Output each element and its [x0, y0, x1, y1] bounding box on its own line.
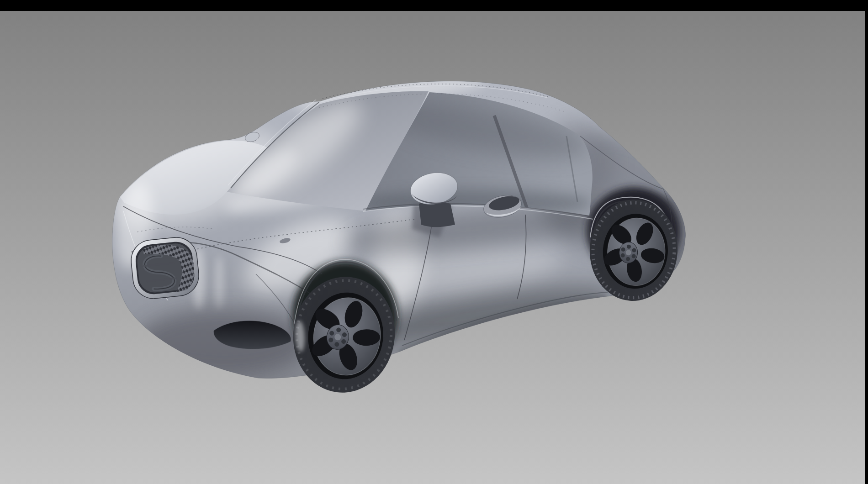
3d-viewport[interactable] [0, 0, 868, 484]
right-letterbox-bar [865, 0, 868, 484]
screenshot-canvas [0, 0, 868, 484]
fascia-streak-2 [215, 256, 224, 310]
top-letterbox-bar [0, 0, 868, 11]
grille-assembly [129, 235, 201, 301]
mirror-arm [419, 202, 455, 227]
